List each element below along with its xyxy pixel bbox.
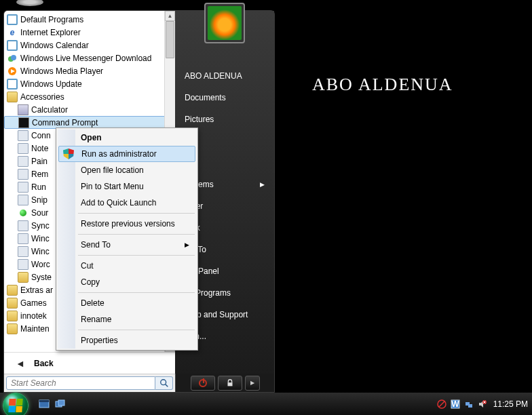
context-menu-item[interactable]: Add to Quick Launch xyxy=(58,195,196,211)
program-label: Winc xyxy=(31,234,50,243)
program-label: Command Prompt xyxy=(32,118,98,127)
right-pane-label: Pictures xyxy=(185,115,214,124)
program-label: Internet Explorer xyxy=(20,28,81,37)
context-menu-item[interactable]: Delete xyxy=(58,295,196,311)
power-options-arrow[interactable]: ▶ xyxy=(245,376,260,391)
search-box xyxy=(4,374,175,392)
context-separator xyxy=(78,255,195,256)
program-item[interactable]: Calculator xyxy=(4,103,175,116)
tray-app-icon[interactable]: W xyxy=(450,399,461,410)
svg-point-1 xyxy=(11,55,16,60)
context-item-label: Properties xyxy=(81,336,118,345)
system-tray: W xyxy=(436,399,488,410)
svg-point-4 xyxy=(160,380,166,385)
program-label: Worc xyxy=(31,260,50,269)
context-item-label: Open xyxy=(81,133,102,142)
program-item[interactable]: Windows Media Player xyxy=(4,64,175,77)
scroll-thumb[interactable] xyxy=(166,21,174,58)
avatar-image xyxy=(208,6,242,40)
power-icon xyxy=(199,379,207,387)
context-menu-item[interactable]: Cut xyxy=(58,258,196,274)
tray-blocked-icon[interactable] xyxy=(436,399,447,410)
context-item-label: Restore previous versions xyxy=(81,219,175,229)
submenu-arrow-icon: ▶ xyxy=(260,181,265,188)
program-label: Snip xyxy=(31,195,48,205)
context-separator xyxy=(78,213,195,214)
program-label: Calculator xyxy=(31,105,68,115)
program-label: Extras ar xyxy=(20,285,53,295)
context-separator xyxy=(78,292,195,293)
program-item[interactable]: Default Programs xyxy=(4,13,175,26)
user-avatar[interactable] xyxy=(204,3,245,43)
context-menu: OpenRun as administratorOpen file locati… xyxy=(56,127,198,351)
svg-rect-6 xyxy=(227,382,232,386)
windows-logo-icon xyxy=(8,399,22,412)
program-item[interactable]: Accessories xyxy=(4,90,175,103)
context-item-label: Run as administrator xyxy=(81,149,157,159)
program-label: Windows Calendar xyxy=(20,41,89,50)
context-item-label: Add to Quick Launch xyxy=(81,198,156,208)
program-label: Games xyxy=(20,298,47,308)
search-icon[interactable] xyxy=(155,376,173,390)
switch-windows-button[interactable] xyxy=(53,397,68,412)
tray-volume-icon[interactable] xyxy=(477,399,488,410)
program-label: Sync xyxy=(31,221,50,231)
context-menu-item[interactable]: Properties xyxy=(58,332,196,349)
show-desktop-button[interactable] xyxy=(37,397,52,412)
start-button[interactable] xyxy=(3,393,28,416)
user-name[interactable]: ABO ALDENUA xyxy=(175,65,274,87)
back-arrow-icon: ◄ xyxy=(15,358,26,369)
power-button[interactable] xyxy=(191,376,215,391)
context-item-label: Send To xyxy=(81,240,111,250)
search-input[interactable] xyxy=(6,376,155,390)
context-item-label: Open file location xyxy=(81,165,144,175)
program-label: Conn xyxy=(31,131,51,140)
context-menu-item[interactable]: Restore previous versions xyxy=(58,216,196,232)
context-separator xyxy=(78,330,195,330)
context-item-label: Cut xyxy=(81,261,94,271)
back-button[interactable]: ◄ Back xyxy=(4,352,175,374)
program-label: Winc xyxy=(31,247,50,256)
svg-rect-16 xyxy=(468,404,472,408)
uac-shield-icon xyxy=(63,149,74,159)
program-label: Windows Live Messenger Download xyxy=(20,54,151,63)
scroll-up-arrow[interactable]: ▲ xyxy=(165,11,175,21)
program-label: Default Programs xyxy=(20,15,83,24)
tray-network-icon[interactable] xyxy=(463,399,474,410)
submenu-arrow-icon: ▶ xyxy=(185,241,189,248)
svg-line-12 xyxy=(439,401,444,407)
context-menu-item[interactable]: Copy xyxy=(58,274,196,290)
context-item-label: Copy xyxy=(81,277,100,287)
context-menu-item[interactable]: Pin to Start Menu xyxy=(58,178,196,195)
taskbar: W 11:25 PM xyxy=(0,393,532,415)
context-item-label: Pin to Start Menu xyxy=(81,182,144,191)
right-pane-label: Documents xyxy=(185,93,226,102)
program-item[interactable]: Windows Live Messenger Download xyxy=(4,52,175,64)
svg-rect-8 xyxy=(39,400,49,402)
context-item-label: Rename xyxy=(81,315,111,324)
right-pane-item[interactable]: Documents xyxy=(175,87,274,108)
program-item[interactable]: eInternet Explorer xyxy=(4,26,175,39)
context-menu-item[interactable]: Open file location xyxy=(58,162,196,178)
program-label: innotek xyxy=(20,311,47,321)
program-label: Accessories xyxy=(20,92,64,102)
program-item[interactable]: Windows Calendar xyxy=(4,39,175,52)
lock-button[interactable] xyxy=(218,376,242,391)
program-item[interactable]: Windows Update xyxy=(4,77,175,90)
program-label: Windows Media Player xyxy=(20,66,103,76)
program-label: Rem xyxy=(31,170,48,179)
context-menu-item[interactable]: Open xyxy=(58,130,196,146)
program-label: Pain xyxy=(31,157,48,166)
drive-icon xyxy=(16,0,43,6)
context-item-label: Delete xyxy=(81,298,104,308)
program-label: Syste xyxy=(31,273,52,282)
context-separator xyxy=(78,234,195,235)
clock[interactable]: 11:25 PM xyxy=(493,399,528,409)
svg-rect-10 xyxy=(58,400,64,406)
context-menu-item[interactable]: Send To▶ xyxy=(58,237,196,253)
context-menu-item[interactable]: Rename xyxy=(58,311,196,328)
program-label: Windows Update xyxy=(20,79,82,89)
context-menu-item[interactable]: Run as administrator xyxy=(58,146,195,162)
lock-icon xyxy=(225,378,235,388)
back-label: Back xyxy=(34,359,54,368)
